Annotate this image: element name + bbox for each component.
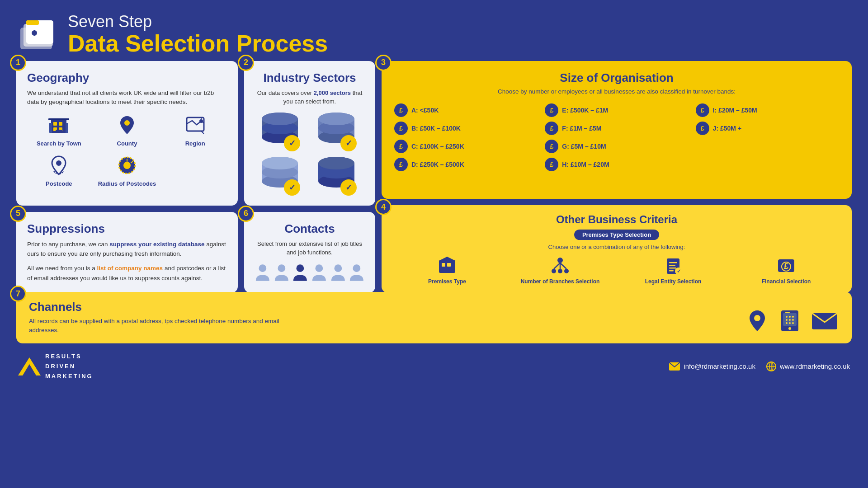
svg-text:£: £ xyxy=(784,262,788,271)
svg-point-79 xyxy=(297,264,304,272)
premises-icon xyxy=(437,256,457,276)
svg-point-17 xyxy=(199,119,203,123)
step6-title: Contacts xyxy=(255,222,364,236)
person-icon-4 xyxy=(311,263,327,282)
footer: RESULTS DRIVEN MARKETING info@rdmarketin… xyxy=(0,348,868,385)
turnover-h: £ H: £10M – £20M xyxy=(545,158,688,171)
svg-point-94 xyxy=(786,322,788,324)
turnover-j: £ J: £50M + xyxy=(696,122,839,135)
turnover-a-label: A: <£50K xyxy=(411,107,439,114)
footer-globe-icon xyxy=(766,361,776,371)
step5-suppressions: 5 Suppressions Prior to any purchase, we… xyxy=(16,212,238,293)
radius-icon xyxy=(115,153,139,178)
step5-para1: Prior to any purchase, we can suppress y… xyxy=(27,239,227,259)
step1-badge: 1 xyxy=(10,55,26,71)
geo-county: County xyxy=(95,113,159,147)
step1-description: We understand that not all clients work … xyxy=(27,89,227,107)
footer-email: info@rdmarketing.co.uk xyxy=(669,362,755,371)
pound-icon-e: £ xyxy=(545,103,558,117)
svg-text:✓: ✓ xyxy=(345,183,352,192)
svg-rect-14 xyxy=(48,118,69,120)
svg-point-96 xyxy=(792,322,794,324)
email-icon xyxy=(810,309,839,333)
step7-badge: 7 xyxy=(10,286,26,302)
criteria-financial-label: Financial Selection xyxy=(762,278,811,285)
svg-line-63 xyxy=(560,263,566,269)
svg-point-20 xyxy=(56,160,61,166)
svg-point-86 xyxy=(788,327,791,330)
db-icon-2: ✓ xyxy=(311,111,361,151)
turnover-d-label: D: £250K – £500K xyxy=(411,161,464,168)
turnover-i-label: I: £20M – £50M xyxy=(713,107,757,114)
map-pin-icon xyxy=(115,113,139,137)
svg-rect-57 xyxy=(443,268,449,273)
svg-point-44 xyxy=(262,157,298,169)
logo-line-1: RESULTS xyxy=(45,353,82,360)
geo-search-by-town: Search by Town xyxy=(27,113,91,147)
turnover-e: £ E: £500K – £1M xyxy=(545,103,688,117)
svg-point-81 xyxy=(334,264,342,272)
svg-text:✓: ✓ xyxy=(289,183,296,192)
svg-point-91 xyxy=(786,319,788,321)
turnover-c: £ C: £100K – £250K xyxy=(394,140,538,153)
pound-icon-a: £ xyxy=(394,103,408,117)
criteria-branches: Number of Branches Selection xyxy=(505,256,615,285)
turnover-f-label: F: £1M – £5M xyxy=(562,125,601,132)
step3-title: Size of Organisation xyxy=(394,71,839,85)
geo-postcode: Postcode xyxy=(27,153,91,187)
pound-icon-c: £ xyxy=(394,140,408,153)
svg-line-62 xyxy=(554,263,560,269)
step3-badge: 3 xyxy=(375,55,392,71)
step2-title: Industry Sectors xyxy=(255,71,364,85)
geo-grid: Search by Town County xyxy=(27,113,227,187)
svg-point-77 xyxy=(259,264,266,272)
telephone-icon xyxy=(778,309,802,333)
step4-other-biz: 4 Other Business Criteria Premises Type … xyxy=(382,205,852,293)
svg-rect-7 xyxy=(53,122,57,126)
company-list-highlight: list of company names xyxy=(97,265,163,272)
svg-point-89 xyxy=(789,316,791,318)
geo-town-label: Search by Town xyxy=(37,140,81,147)
pound-icon-i: £ xyxy=(696,103,709,117)
database-icons: ✓ ✓ ✓ xyxy=(255,111,364,196)
step6-badge: 6 xyxy=(238,206,254,222)
footer-email-icon xyxy=(669,362,680,371)
svg-rect-70 xyxy=(669,270,674,272)
step1-title: Geography xyxy=(27,71,227,85)
pound-icon-g: £ xyxy=(545,140,558,153)
step4-description: Choose one or a combination of any of th… xyxy=(392,244,841,250)
svg-rect-87 xyxy=(785,312,790,313)
step7-channels: 7 Channels All records can be supplied w… xyxy=(16,292,852,343)
person-icon-3 xyxy=(292,263,308,282)
turnover-b-label: B: £50K – £100K xyxy=(411,125,461,132)
person-icon-6 xyxy=(349,263,364,282)
footer-logo: RESULTS DRIVEN MARKETING xyxy=(18,352,93,381)
db-icon-1: ✓ xyxy=(255,111,305,151)
geo-postcode-label: Postcode xyxy=(46,180,72,187)
turnover-a: £ A: <£50K xyxy=(394,103,538,117)
criteria-legal: ✓ Legal Entity Selection xyxy=(618,256,728,285)
svg-point-65 xyxy=(558,269,562,273)
step6-contacts: 6 Contacts Select from our extensive lis… xyxy=(244,212,375,293)
turnover-h-label: H: £10M – £20M xyxy=(562,161,609,168)
svg-point-82 xyxy=(353,264,361,272)
folder-icon xyxy=(18,14,59,55)
suppress-highlight: suppress your existing database xyxy=(109,241,204,248)
location-icon xyxy=(745,309,769,333)
svg-rect-69 xyxy=(669,267,676,269)
geo-county-label: County xyxy=(117,140,137,147)
criteria-premises: Premises Type xyxy=(392,256,502,285)
svg-point-78 xyxy=(278,264,285,272)
criteria-premises-label: Premises Type xyxy=(428,278,466,285)
step5-para2: All we need from you is a list of compan… xyxy=(27,263,227,283)
step7-content: Channels All records can be supplied wit… xyxy=(29,300,300,335)
person-icon-2 xyxy=(274,263,289,282)
svg-rect-3 xyxy=(26,20,39,25)
svg-point-37 xyxy=(318,113,354,125)
svg-rect-13 xyxy=(66,123,68,133)
person-icon-1 xyxy=(255,263,270,282)
pound-icon-j: £ xyxy=(696,122,709,135)
step3-size: 3 Size of Organisation Choose by number … xyxy=(382,61,852,199)
svg-point-15 xyxy=(124,120,130,126)
db-icon-4: ✓ xyxy=(311,155,361,196)
